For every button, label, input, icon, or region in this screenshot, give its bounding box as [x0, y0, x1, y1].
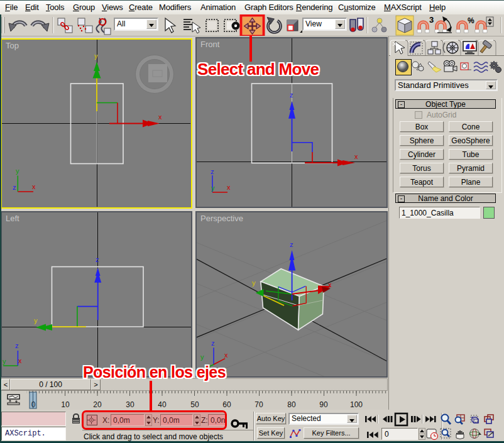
svg-text:z: z — [15, 342, 19, 349]
svg-text:40: 40 — [158, 400, 167, 409]
svg-text:x: x — [32, 183, 36, 190]
svg-text:3: 3 — [429, 15, 434, 25]
svg-text:20: 20 — [93, 400, 102, 409]
svg-text:z: z — [96, 256, 99, 263]
svg-text:100: 100 — [350, 400, 363, 409]
svg-text:z: z — [290, 241, 293, 248]
svg-text:y: y — [252, 279, 256, 287]
svg-text:x: x — [158, 113, 162, 121]
svg-text:y: y — [94, 52, 98, 60]
svg-text:70: 70 — [255, 400, 263, 409]
svg-text:10: 10 — [61, 400, 70, 409]
svg-text:80: 80 — [287, 400, 296, 409]
svg-text:y: y — [200, 353, 204, 361]
svg-text:z: z — [211, 168, 214, 175]
svg-text:0: 0 — [31, 400, 36, 409]
svg-text:y: y — [211, 184, 215, 192]
svg-text:x: x — [18, 357, 22, 364]
svg-text:y: y — [3, 358, 6, 365]
svg-text:90: 90 — [319, 400, 328, 409]
svg-text:y: y — [34, 317, 38, 324]
svg-text:x: x — [224, 351, 228, 359]
svg-text:z: z — [13, 183, 16, 191]
svg-text:50: 50 — [190, 400, 199, 409]
svg-text:y: y — [16, 167, 19, 175]
svg-text:x: x — [354, 153, 358, 160]
svg-text:30: 30 — [126, 400, 134, 409]
svg-text:%: % — [468, 16, 474, 25]
svg-text:x: x — [227, 183, 231, 191]
svg-text:z: z — [290, 91, 293, 99]
svg-text:z: z — [211, 339, 215, 347]
svg-text:x: x — [328, 281, 332, 288]
svg-text:60: 60 — [222, 400, 231, 409]
